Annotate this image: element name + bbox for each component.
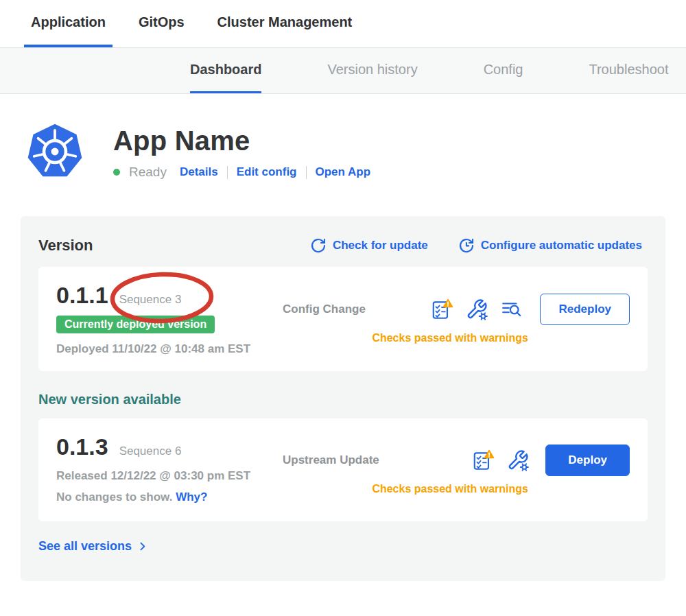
kubernetes-logo-icon xyxy=(26,123,84,180)
current-version-number: 0.1.1 xyxy=(56,282,108,309)
released-timestamp: Released 12/12/22 @ 03:30 pm EST xyxy=(56,469,283,483)
app-tabs: Dashboard Version history Config Trouble… xyxy=(0,48,686,94)
page-title: App Name xyxy=(113,126,370,156)
available-version-card: 0.1.3 Sequence 6 Released 12/12/22 @ 03:… xyxy=(38,418,648,521)
primary-nav: Application GitOps Cluster Management xyxy=(0,0,686,48)
current-sequence-label: Sequence 3 xyxy=(119,293,182,307)
app-status-row: Ready Details Edit config Open App xyxy=(113,165,370,180)
check-for-update-label: Check for update xyxy=(333,239,428,252)
see-all-versions-label: See all versions xyxy=(38,539,132,554)
version-heading: Version xyxy=(38,237,310,254)
tab-troubleshoot[interactable]: Troubleshoot xyxy=(589,48,668,93)
configure-auto-updates-label: Configure automatic updates xyxy=(481,239,642,252)
version-panel: Version Check for update xyxy=(21,216,665,581)
currently-deployed-badge: Currently deployed version xyxy=(56,316,215,333)
status-text: Ready xyxy=(129,165,167,180)
status-dot-icon xyxy=(113,169,120,176)
available-change-type: Upstream Update xyxy=(283,453,471,467)
new-version-heading: New version available xyxy=(38,392,648,407)
preflight-checks-warning-icon[interactable] xyxy=(430,298,453,321)
config-wrench-gear-icon[interactable] xyxy=(466,298,488,320)
redeploy-button[interactable]: Redeploy xyxy=(540,294,630,325)
deploy-button[interactable]: Deploy xyxy=(545,445,630,476)
current-change-type: Config Change xyxy=(283,303,430,316)
details-link[interactable]: Details xyxy=(180,165,218,179)
divider xyxy=(306,166,307,179)
config-wrench-gear-icon[interactable] xyxy=(507,449,529,471)
deployed-timestamp: Deployed 11/10/22 @ 10:48 am EST xyxy=(56,342,283,356)
current-version-card: 0.1.1 Sequence 3 Currently deployed vers… xyxy=(38,267,648,371)
release-notes-search-icon[interactable] xyxy=(500,298,523,321)
tab-dashboard[interactable]: Dashboard xyxy=(190,48,261,93)
preflight-checks-warning-icon[interactable] xyxy=(471,449,495,472)
chevron-right-icon xyxy=(137,541,148,552)
why-link[interactable]: Why? xyxy=(176,490,207,504)
configure-auto-updates-button[interactable]: Configure automatic updates xyxy=(458,237,642,254)
divider xyxy=(227,166,228,179)
nav-item-cluster-management[interactable]: Cluster Management xyxy=(211,0,359,47)
no-changes-text: No changes to show. xyxy=(56,490,172,504)
nav-item-application[interactable]: Application xyxy=(24,0,113,47)
app-header: App Name Ready Details Edit config Open … xyxy=(0,94,686,180)
tab-config[interactable]: Config xyxy=(484,48,523,93)
current-checks-status: Checks passed with warnings xyxy=(283,332,630,344)
edit-config-link[interactable]: Edit config xyxy=(237,165,297,179)
see-all-versions-link[interactable]: See all versions xyxy=(38,539,148,554)
available-version-number: 0.1.3 xyxy=(56,434,108,460)
available-sequence-label: Sequence 6 xyxy=(119,445,182,458)
refresh-icon xyxy=(310,237,327,254)
nav-item-gitops[interactable]: GitOps xyxy=(132,0,191,47)
open-app-link[interactable]: Open App xyxy=(316,165,371,179)
refresh-clock-icon xyxy=(458,237,475,254)
check-for-update-button[interactable]: Check for update xyxy=(310,237,428,254)
available-checks-status: Checks passed with warnings xyxy=(283,483,630,495)
tab-version-history[interactable]: Version history xyxy=(327,48,417,93)
